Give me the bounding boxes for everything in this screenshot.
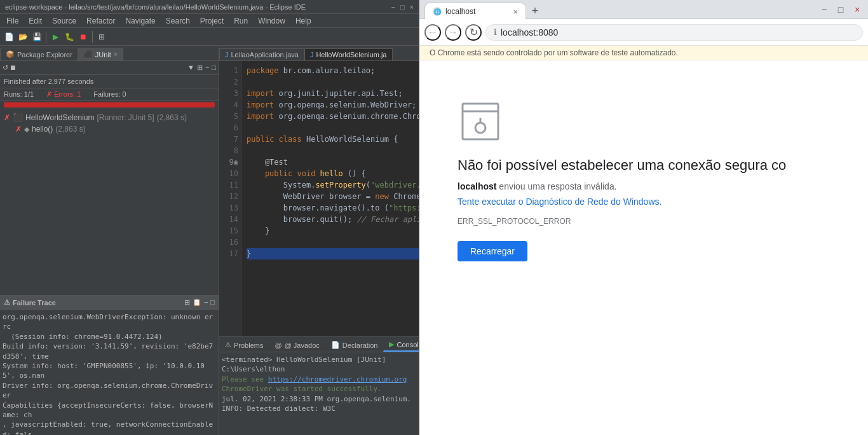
- test-case-item[interactable]: ✗ ◆ hello() (2,863 s): [3, 123, 216, 135]
- console-line-4: INFO: Detected dialect: W3C: [222, 404, 419, 413]
- code-content[interactable]: package br.com.alura.leilao; import org.…: [241, 61, 419, 336]
- restore-control[interactable]: □: [400, 3, 405, 11]
- ln-15: 15: [222, 225, 238, 237]
- failure-trace-icon: ⚠: [4, 298, 10, 307]
- console-line-3: jul. 02, 2021 2:38:33 PM org.openqa.sele…: [222, 394, 419, 404]
- editor-tab-leilao-application[interactable]: J LeilaoApplication.java: [219, 48, 304, 60]
- code-editor-panel: J LeilaoApplication.java J HelloWorldSel…: [219, 46, 419, 435]
- chrome-forward-btn[interactable]: →: [445, 24, 461, 41]
- java-file-icon: J: [225, 51, 229, 59]
- junit-layout-btn[interactable]: ⊞: [197, 64, 203, 72]
- tab-junit[interactable]: ⬛ JUnit ×: [78, 48, 123, 60]
- ln-3: 3: [222, 88, 238, 99]
- stop-btn[interactable]: ⏹: [77, 31, 90, 43]
- chrome-back-btn[interactable]: ←: [424, 24, 441, 41]
- junit-toolbar-icons: ↺ ⏹: [3, 64, 17, 72]
- menu-navigate[interactable]: Navigate: [121, 16, 159, 26]
- junit-progress-fill: [4, 102, 215, 107]
- menu-search[interactable]: Search: [162, 16, 194, 26]
- close-control[interactable]: ×: [410, 3, 414, 11]
- svg-point-2: [475, 123, 485, 133]
- code-line-5: import org.openqa.selenium.chrome.Chrom: [247, 111, 419, 122]
- editor-tab-hello-world[interactable]: J HelloWorldSelenium.ja: [304, 48, 393, 60]
- ln-11: 11: [222, 179, 238, 191]
- tab-console[interactable]: ▶ Console: [383, 338, 419, 352]
- trace-line-3: Build info: version: '3.141.59', revisio…: [3, 342, 216, 361]
- chrome-tab-close-btn[interactable]: ×: [513, 7, 518, 17]
- test-suite-error-icon: ✗: [4, 113, 10, 122]
- debug-btn[interactable]: 🐛: [63, 31, 76, 43]
- ln-14: 14: [222, 214, 238, 225]
- test-suite-name: HelloWorldSelenium: [25, 113, 95, 122]
- menu-run[interactable]: Run: [230, 16, 252, 26]
- test-suite-runner: [Runner: JUnit 5]: [97, 113, 154, 122]
- maximize-trace-btn[interactable]: □: [210, 298, 215, 307]
- chrome-reload-page-btn[interactable]: Recarregar: [458, 241, 527, 261]
- bottom-panel: ⚠ Problems @ @ Javadoc 📄 Declaration ▶ C…: [219, 336, 419, 435]
- open-btn[interactable]: 📂: [17, 31, 29, 43]
- tab-package-explorer[interactable]: 📦 Package Explorer: [0, 48, 78, 60]
- code-line-3: import org.junit.jupiter.api.Test;: [247, 88, 419, 99]
- trace-line-6: Capabilities {acceptInsecureCerts: false…: [3, 401, 216, 420]
- error-title: Não foi possível estabelecer uma conexão…: [458, 157, 786, 174]
- junit-progress-bar: [4, 102, 215, 107]
- chrome-new-tab-btn[interactable]: +: [526, 3, 544, 20]
- junit-filter-btn[interactable]: ▼: [187, 64, 194, 72]
- chrome-active-tab[interactable]: 🌐 localhost ×: [424, 3, 526, 20]
- junit-rerun-btn[interactable]: ↺: [3, 64, 8, 72]
- junit-tab-close[interactable]: ×: [114, 51, 118, 58]
- junit-stop-btn[interactable]: ⏹: [10, 64, 17, 72]
- minimize-control[interactable]: −: [391, 3, 395, 11]
- eclipse-title-text: eclipse-workspace - leilao/src/test/java…: [5, 3, 306, 11]
- console-content[interactable]: <terminated> HelloWorldSelenium [JUnit] …: [219, 352, 419, 435]
- tab-problems[interactable]: ⚠ Problems: [219, 338, 269, 352]
- url-security-icon: ℹ: [494, 27, 497, 37]
- ln-1: 1: [222, 65, 238, 76]
- copy-trace-btn[interactable]: 📋: [193, 298, 201, 307]
- code-line-4: import org.openqa.selenium.WebDriver;: [247, 99, 419, 111]
- trace-line-1: org.openqa.selenium.WebDriverException: …: [3, 312, 216, 332]
- junit-test-tree[interactable]: ✗ ⬛ HelloWorldSelenium [Runner: JUnit 5]…: [0, 109, 219, 295]
- failures-label: Failures: 0: [93, 90, 126, 99]
- ln-17: 17: [222, 248, 238, 259]
- junit-status: Finished after 2,977 seconds: [0, 75, 219, 88]
- eclipse-menu-bar: File Edit Source Refactor Navigate Searc…: [0, 14, 419, 28]
- code-area: 1 2 3 4 5 6 7 8 9◉ 10 11 12 13 14 15 16: [219, 61, 419, 336]
- run-btn[interactable]: ▶: [49, 31, 62, 43]
- junit-maximize-btn[interactable]: □: [212, 64, 216, 72]
- junit-minimize-btn[interactable]: −: [205, 64, 209, 72]
- console-link-1[interactable]: https://chromedriver.chromium.org: [268, 375, 407, 383]
- tab-declaration[interactable]: 📄 Declaration: [325, 338, 384, 352]
- code-line-15: }: [247, 225, 419, 237]
- test-suite-item[interactable]: ✗ ⬛ HelloWorldSelenium [Runner: JUnit 5]…: [3, 111, 216, 123]
- code-line-13: browser.navigate().to ("https:/: [247, 202, 419, 214]
- ln-8: 8: [222, 145, 238, 156]
- filter-stack-btn[interactable]: ⊞: [184, 298, 190, 307]
- save-btn[interactable]: 💾: [31, 31, 43, 43]
- new-file-btn[interactable]: 📄: [3, 31, 15, 43]
- ln-4: 4: [222, 99, 238, 111]
- chrome-maximize-btn[interactable]: □: [835, 4, 846, 15]
- menu-source[interactable]: Source: [48, 16, 80, 26]
- menu-help[interactable]: Help: [292, 16, 315, 26]
- menu-project[interactable]: Project: [196, 16, 227, 26]
- chrome-reload-btn[interactable]: ↻: [465, 24, 482, 41]
- menu-window[interactable]: Window: [254, 16, 289, 26]
- menu-edit[interactable]: Edit: [25, 16, 46, 26]
- menu-file[interactable]: File: [3, 16, 22, 26]
- tab-javadoc[interactable]: @ @ Javadoc: [269, 339, 325, 352]
- trace-line-4: System info: host: 'GMEPN000855', ip: '1…: [3, 361, 216, 381]
- menu-refactor[interactable]: Refactor: [83, 16, 119, 26]
- ln-12: 12: [222, 191, 238, 202]
- url-text: localhost:8080: [501, 27, 855, 38]
- minimize-trace-btn[interactable]: −: [204, 298, 208, 307]
- test-suite-time: (2,863 s): [157, 113, 187, 122]
- perspective-btn[interactable]: ⊞: [95, 31, 108, 43]
- error-diagnostic-link[interactable]: Tente executar o Diagnóstico de Rede do …: [458, 197, 661, 207]
- test-suite-icon: ⬛: [13, 113, 23, 122]
- chrome-close-btn[interactable]: ×: [851, 4, 863, 15]
- url-bar[interactable]: ℹ localhost:8080: [485, 24, 863, 41]
- failure-trace-content[interactable]: org.openqa.selenium.WebDriverException: …: [0, 310, 219, 435]
- ln-7: 7: [222, 134, 238, 145]
- chrome-minimize-btn[interactable]: −: [818, 4, 830, 15]
